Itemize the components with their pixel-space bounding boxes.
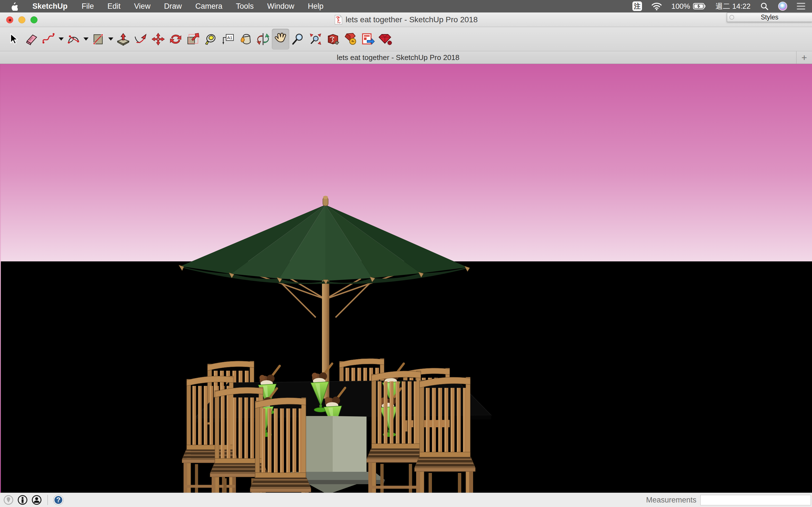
menu-app-name[interactable]: SketchUp xyxy=(25,2,75,11)
orbit-tool-button[interactable] xyxy=(254,29,272,50)
eraser-tool-button[interactable]: pink xyxy=(22,29,40,50)
arc-dropdown[interactable] xyxy=(82,29,90,50)
sky xyxy=(0,64,812,262)
notification-center-icon[interactable] xyxy=(797,1,805,11)
svg-text:.skp: .skp xyxy=(337,21,341,24)
model-viewport[interactable] xyxy=(0,64,812,493)
paint-tool-button[interactable] xyxy=(237,29,254,50)
menu-tools[interactable]: Tools xyxy=(229,2,260,11)
paint-bucket-icon xyxy=(239,33,253,46)
scale-icon xyxy=(186,33,200,46)
pushpull-tool-button[interactable] xyxy=(114,29,132,50)
3d-warehouse-icon xyxy=(326,33,340,46)
scale-tool-button[interactable] xyxy=(185,29,202,50)
window-title-bar[interactable]: .skp lets eat together - SketchUp Pro 20… xyxy=(0,12,812,27)
pushpull-icon xyxy=(116,33,130,46)
status-bar: ? Measurements xyxy=(0,493,812,507)
move-icon xyxy=(151,33,165,46)
wifi-icon[interactable] xyxy=(652,2,662,10)
share-model-icon xyxy=(343,33,357,46)
plus-icon: + xyxy=(802,52,807,63)
styles-panel-titlebar[interactable]: Styles xyxy=(727,13,812,22)
siri-icon[interactable] xyxy=(778,2,787,11)
apple-icon xyxy=(10,2,18,11)
viewport-edge-artifact xyxy=(0,64,1,493)
help-glyph: ? xyxy=(56,496,61,504)
text-icon: A1 xyxy=(221,33,235,46)
followme-tool-button[interactable] xyxy=(132,29,149,50)
select-arrow-icon xyxy=(7,33,20,46)
shape-dropdown[interactable] xyxy=(107,29,114,50)
zoom-extents-tool-button[interactable] xyxy=(307,29,324,50)
toolbar: pink xyxy=(0,27,812,51)
menu-help[interactable]: Help xyxy=(301,2,331,11)
freehand-icon xyxy=(42,33,56,46)
search-icon[interactable] xyxy=(760,2,769,10)
close-button[interactable] xyxy=(6,16,13,23)
new-tab-button[interactable]: + xyxy=(796,51,812,64)
pan-hand-icon xyxy=(273,33,288,46)
warehouse-tool-button[interactable] xyxy=(324,29,342,50)
zoom-icon xyxy=(291,33,305,46)
battery-charging-icon xyxy=(693,3,706,10)
window-title: lets eat together - SketchUp Pro 2018 xyxy=(346,15,478,24)
umbrella-finial xyxy=(323,196,328,206)
freehand-tool-button[interactable] xyxy=(40,29,57,50)
arc-tool-button[interactable] xyxy=(65,29,82,50)
geolocation-icon[interactable] xyxy=(3,495,13,505)
layout-tool-button[interactable] xyxy=(359,29,377,50)
tape-measure-icon xyxy=(204,33,218,46)
freehand-dropdown[interactable] xyxy=(57,29,65,50)
rotate-icon xyxy=(168,33,183,46)
menu-clock[interactable]: 週二 14:22 xyxy=(716,1,751,11)
zoom-extents-icon xyxy=(308,33,322,46)
zoom-tool-button[interactable] xyxy=(289,29,307,50)
tab-bar: lets eat together - SketchUp Pro 2018 + xyxy=(0,51,812,64)
select-tool-button[interactable] xyxy=(5,29,22,50)
scene-tab-label: lets eat together - SketchUp Pro 2018 xyxy=(337,53,459,62)
follow-me-icon xyxy=(134,33,148,46)
menu-window[interactable]: Window xyxy=(260,2,301,11)
apple-menu[interactable] xyxy=(0,2,25,11)
scene-canvas[interactable] xyxy=(0,64,812,493)
arc-icon xyxy=(66,33,81,46)
ruby-gem-icon xyxy=(378,33,393,46)
skp-file-icon: .skp xyxy=(335,15,342,24)
eraser-icon: pink xyxy=(24,33,38,46)
pan-tool-button[interactable] xyxy=(272,29,289,50)
share-model-button[interactable] xyxy=(342,29,359,50)
input-method-icon[interactable]: 注 xyxy=(632,1,642,11)
text-tool-button[interactable]: A1 xyxy=(219,29,237,50)
menu-draw[interactable]: Draw xyxy=(157,2,189,11)
orbit-icon xyxy=(256,33,270,46)
battery-status[interactable]: 100% xyxy=(671,2,706,11)
zoom-button[interactable] xyxy=(31,16,38,23)
bar-chair-front-center[interactable] xyxy=(250,398,311,493)
tape-tool-button[interactable] xyxy=(202,29,219,50)
shape-tool-button[interactable] xyxy=(90,29,107,50)
extension-warehouse-button[interactable] xyxy=(377,29,394,50)
menu-edit[interactable]: Edit xyxy=(101,2,128,11)
styles-panel-title: Styles xyxy=(727,13,812,21)
minimize-button[interactable] xyxy=(18,16,26,23)
status-divider xyxy=(47,495,48,505)
battery-percent-label: 100% xyxy=(671,2,690,11)
rotated-rectangle-icon xyxy=(91,33,105,46)
scene-tab[interactable]: lets eat together - SketchUp Pro 2018 xyxy=(0,51,796,64)
menu-file[interactable]: File xyxy=(75,2,101,11)
help-button[interactable]: ? xyxy=(54,495,63,505)
move-tool-button[interactable] xyxy=(149,29,167,50)
svg-text:A1: A1 xyxy=(227,35,232,40)
menu-camera[interactable]: Camera xyxy=(189,2,229,11)
menu-bar: SketchUp File Edit View Draw Camera Tool… xyxy=(0,0,812,12)
user-account-icon[interactable] xyxy=(32,495,42,505)
send-to-layout-icon xyxy=(361,33,375,46)
measurements-label: Measurements xyxy=(646,496,696,504)
menu-view[interactable]: View xyxy=(128,2,157,11)
measurements-input[interactable] xyxy=(700,495,811,505)
instructor-icon[interactable] xyxy=(17,495,28,505)
rotate-tool-button[interactable] xyxy=(167,29,185,50)
